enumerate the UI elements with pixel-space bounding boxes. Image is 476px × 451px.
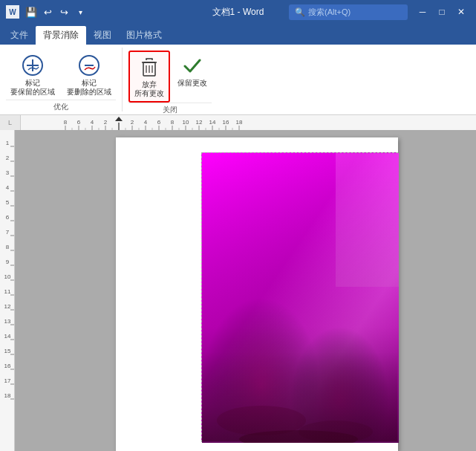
optimize-buttons: 标记要保留的区域 标记要删除的区域 <box>6 51 116 100</box>
svg-point-94 <box>217 406 306 435</box>
svg-text:4: 4 <box>6 184 10 191</box>
svg-text:2: 2 <box>131 119 134 126</box>
search-bar[interactable]: 🔍 搜索(Alt+Q) <box>289 4 408 20</box>
maximize-button[interactable]: □ <box>433 3 451 21</box>
keep-changes-icon <box>180 53 204 77</box>
svg-rect-93 <box>202 153 399 443</box>
svg-text:8: 8 <box>171 119 175 126</box>
minimize-button[interactable]: ─ <box>414 3 431 21</box>
svg-text:16: 16 <box>223 119 229 126</box>
svg-text:3: 3 <box>6 169 10 176</box>
image-preview <box>201 152 398 442</box>
svg-text:2: 2 <box>104 119 108 126</box>
v-ruler-svg: 1 2 3 4 5 6 7 8 9 10 11 <box>0 130 15 451</box>
close-buttons: 放弃所有更改 保留更改 <box>128 51 212 103</box>
discard-all-label: 放弃所有更改 <box>134 80 164 98</box>
svg-text:6: 6 <box>157 119 161 126</box>
svg-rect-10 <box>21 115 476 130</box>
mark-keep-button[interactable]: 标记要保留的区域 <box>6 51 59 100</box>
keep-changes-button[interactable]: 保留更改 <box>173 51 212 91</box>
document-area <box>15 130 476 451</box>
svg-text:13: 13 <box>4 318 11 325</box>
ribbon-content: 标记要保留的区域 标记要删除的区域 优化 <box>0 45 476 115</box>
svg-text:6: 6 <box>6 214 10 221</box>
svg-point-95 <box>299 421 373 443</box>
mark-delete-label: 标记要删除的区域 <box>67 79 111 97</box>
svg-text:4: 4 <box>91 119 94 126</box>
ribbon-group-close: 放弃所有更改 保留更改 关闭 <box>123 48 218 111</box>
search-icon: 🔍 <box>295 7 305 17</box>
ribbon-tab-bar: 文件 背景消除 视图 图片格式 <box>0 24 476 45</box>
svg-text:11: 11 <box>4 288 11 295</box>
svg-text:16: 16 <box>4 363 11 369</box>
ruler-svg: // We'll draw ticks via inline generatio… <box>21 115 476 130</box>
search-placeholder: 搜索(Alt+Q) <box>308 7 351 18</box>
svg-text:14: 14 <box>209 119 216 126</box>
svg-text:10: 10 <box>4 273 11 280</box>
mark-keep-label: 标记要保留的区域 <box>10 79 55 97</box>
vertical-ruler: 1 2 3 4 5 6 7 8 9 10 11 <box>0 130 15 451</box>
word-icon: W <box>6 5 19 19</box>
document-title: 文档1 - Word <box>212 6 264 19</box>
svg-text:12: 12 <box>196 119 203 126</box>
discard-icon <box>137 55 161 79</box>
ruler-area: L // We'll draw ticks via inline generat… <box>0 115 476 130</box>
mark-keep-icon <box>21 53 45 77</box>
mark-delete-button[interactable]: 标记要删除的区域 <box>62 51 116 100</box>
svg-text:4: 4 <box>144 119 148 126</box>
svg-text:6: 6 <box>77 119 81 126</box>
content-area: 1 2 3 4 5 6 7 8 9 10 11 <box>0 130 476 451</box>
title-bar-left: W 💾 ↩ ↪ ▾ <box>6 5 86 19</box>
close-button[interactable]: ✕ <box>452 3 470 21</box>
tab-background-removal[interactable]: 背景消除 <box>36 26 86 45</box>
tab-picture-format[interactable]: 图片格式 <box>119 26 169 45</box>
svg-text:7: 7 <box>6 229 10 236</box>
svg-text:2: 2 <box>6 155 10 161</box>
svg-text:8: 8 <box>6 244 10 250</box>
tab-view[interactable]: 视图 <box>86 26 119 45</box>
ruler-corner: L <box>0 115 21 130</box>
svg-text:10: 10 <box>183 119 189 126</box>
svg-text:17: 17 <box>4 377 11 384</box>
svg-text:5: 5 <box>6 199 10 206</box>
save-icon[interactable]: 💾 <box>25 6 37 18</box>
mark-delete-icon <box>77 53 101 77</box>
quick-access-toolbar: 💾 ↩ ↪ ▾ <box>25 6 86 18</box>
more-icon[interactable]: ▾ <box>74 6 86 18</box>
window-controls: ─ □ ✕ <box>414 3 470 21</box>
svg-text:9: 9 <box>6 259 10 265</box>
svg-text:14: 14 <box>4 333 11 340</box>
redo-icon[interactable]: ↪ <box>58 6 70 18</box>
ribbon-group-optimize: 标记要保留的区域 标记要删除的区域 优化 <box>0 48 123 111</box>
svg-text:1: 1 <box>6 140 10 146</box>
keep-changes-label: 保留更改 <box>177 79 207 88</box>
horizontal-ruler: // We'll draw ticks via inline generatio… <box>21 115 476 130</box>
optimize-group-label: 优化 <box>6 100 116 114</box>
svg-text:12: 12 <box>4 303 11 310</box>
document-page <box>116 137 398 451</box>
svg-text:18: 18 <box>236 119 243 126</box>
discard-all-button[interactable]: 放弃所有更改 <box>128 51 170 103</box>
svg-text:8: 8 <box>64 119 68 126</box>
undo-icon[interactable]: ↩ <box>42 6 53 18</box>
svg-text:18: 18 <box>4 392 11 399</box>
tab-file[interactable]: 文件 <box>3 26 36 45</box>
svg-text:15: 15 <box>4 348 11 354</box>
svg-point-96 <box>239 430 358 443</box>
title-bar: W 💾 ↩ ↪ ▾ 文档1 - Word 🔍 搜索(Alt+Q) ─ □ ✕ <box>0 0 476 24</box>
